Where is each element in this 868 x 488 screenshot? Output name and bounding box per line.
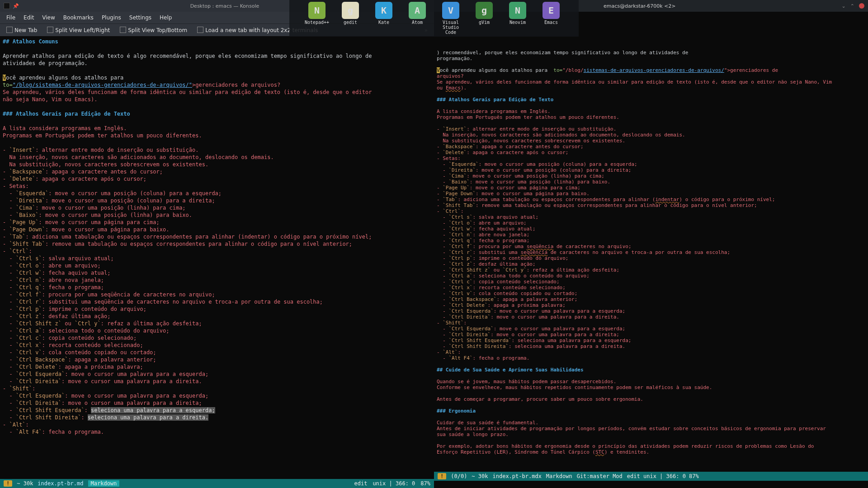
minibuffer[interactable] (434, 481, 868, 488)
git-branch: Git:master Mod (577, 473, 623, 479)
emacs-modeline: ! (0/0) ~ 30k index.pt-br.mdx Markdown G… (434, 472, 868, 481)
app-icon: A (409, 2, 426, 19)
major-mode: Markdown (88, 480, 120, 487)
scroll-pct: 87% (689, 473, 699, 479)
warn-badge: ! (438, 473, 446, 479)
taskapp-gvim[interactable]: ggVim (472, 2, 497, 35)
file-name: index.pt-br.mdx (492, 473, 541, 479)
konsole-pin-icon[interactable]: 📌 (13, 3, 19, 9)
new-tab-button[interactable]: New Tab (6, 27, 37, 33)
menu-edit[interactable]: Edit (24, 14, 34, 21)
taskapp-kate[interactable]: KKate (371, 2, 396, 35)
split-tb-button[interactable]: Split View Top/Bottom (120, 27, 187, 33)
taskbar: NNotepad++ggeditKKateAAtomVVisual Studio… (289, 0, 579, 37)
emacs-window: emacs@darkstar-6700k <2> ⌄ ⌃ ) recomendá… (434, 0, 868, 488)
app-label: Visual Studio Code (438, 20, 463, 35)
close-icon[interactable] (859, 3, 864, 9)
menu-plugins[interactable]: Plugins (102, 14, 121, 21)
taskapp-gedit[interactable]: ggedit (338, 2, 363, 35)
app-icon: K (375, 2, 392, 19)
file-size: ~ 30k (17, 480, 33, 487)
split-lr-icon (47, 27, 53, 33)
encoding: unix | 366: 0 (643, 473, 686, 479)
maximize-icon[interactable]: ⌃ (850, 3, 854, 9)
menu-view[interactable]: View (42, 14, 55, 21)
edit-status: edit (354, 480, 367, 487)
konsole-window: 📌 Desktop : emacs — Konsole FileEditView… (0, 0, 434, 488)
konsole-modeline: ! ~ 30k index.pt-br.md Markdown edit uni… (0, 479, 434, 488)
menu-file[interactable]: File (6, 14, 15, 21)
app-label: Emacs (544, 20, 558, 25)
app-icon: g (342, 2, 359, 19)
app-label: gVim (479, 20, 490, 25)
konsole-editor[interactable]: ## Atalhos Comuns Aprender atalhos para … (0, 36, 434, 479)
app-icon: N (509, 2, 526, 19)
konsole-app-icon (4, 3, 10, 9)
minimize-icon[interactable]: ⌄ (842, 3, 846, 9)
warn-badge: ! (4, 480, 12, 487)
app-label: gedit (344, 20, 357, 25)
taskapp-notepad-[interactable]: NNotepad++ (304, 2, 330, 35)
taskapp-emacs[interactable]: EEmacs (538, 2, 564, 35)
menu-bookmarks[interactable]: Bookmarks (63, 14, 94, 21)
app-icon: E (542, 2, 560, 19)
app-label: Atom (412, 20, 423, 25)
major-mode: Markdown (546, 473, 572, 479)
file-size: ~ 30k (472, 473, 488, 479)
scroll-pct: 87% (420, 480, 430, 487)
menu-help[interactable]: Help (160, 14, 172, 21)
app-label: Notepad++ (305, 20, 329, 25)
new-tab-icon (6, 27, 13, 33)
app-icon: g (476, 2, 493, 19)
taskapp-neovim[interactable]: NNeovim (505, 2, 530, 35)
split-tb-icon (120, 27, 126, 33)
flycheck-count: (0/0) (451, 473, 467, 479)
taskapp-atom[interactable]: AAtom (405, 2, 430, 35)
taskapp-visual-studio-code[interactable]: VVisual Studio Code (438, 2, 463, 35)
file-name: index.pt-br.md (38, 480, 83, 487)
app-icon: V (442, 2, 459, 19)
emacs-editor[interactable]: ) recomendável, porque eles economizam t… (434, 12, 868, 472)
encoding: unix | 366: 0 (373, 480, 415, 487)
split-lr-button[interactable]: Split View Left/Right (47, 27, 110, 33)
app-icon: N (308, 2, 326, 19)
menu-settings[interactable]: Settings (129, 14, 151, 21)
app-label: Kate (378, 20, 389, 25)
app-label: Neovim (509, 20, 526, 25)
edit-status: edit (627, 473, 640, 479)
grid-icon (197, 27, 203, 33)
